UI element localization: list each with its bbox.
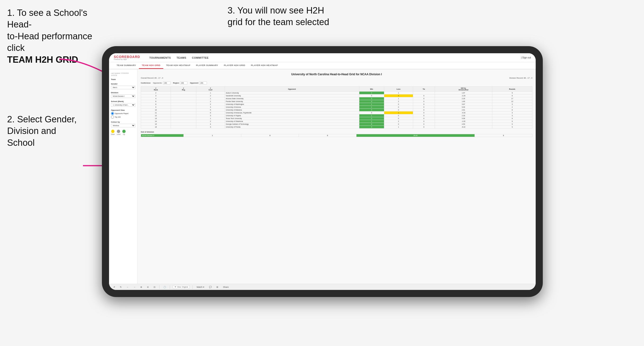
cell-opponent: University of Florida (225, 126, 359, 129)
cell-rank: 13 (141, 117, 171, 120)
undo-btn[interactable]: ↺ (112, 285, 116, 289)
separator1 (159, 285, 160, 289)
logo-area: SCOREBOARD Powered by clippi (114, 55, 142, 60)
tablet-device: SCOREBOARD Powered by clippi TOURNAMENTS… (102, 46, 543, 297)
out-div-loss: 0 (241, 134, 299, 137)
cell-diff: -4.33 (435, 112, 492, 114)
cell-opponent: Florida State University (225, 100, 359, 103)
cell-rounds: 2 (492, 106, 532, 109)
cell-tie: 0 (413, 126, 435, 129)
cell-conf: 1 (196, 117, 225, 120)
cell-diff: -1.00 (435, 120, 492, 123)
col-rank: #Rank (141, 87, 171, 92)
annotation-3: 3. You will now see H2H grid for the tea… (228, 5, 329, 28)
cell-tie: 0 (413, 94, 435, 97)
cell-rounds: 8 (492, 94, 532, 97)
colour-section: Colour by Win/loss (111, 121, 135, 127)
cell-diff: 3.67 (435, 103, 492, 106)
col-conf: #Conf (196, 87, 225, 92)
cell-tie: 0 (413, 103, 435, 106)
gender-section: Gender Men's (111, 83, 135, 89)
table-row: 2 1 Auburn University 2 1 1.67 9 (141, 92, 532, 94)
cell-diff: 2.29 (435, 97, 492, 100)
cell-loss: 0 (384, 114, 413, 117)
table-row: 4 1 Arizona State University 5 1 0 2.29 … (141, 97, 532, 100)
out-div-diff: 26.00 (356, 134, 474, 137)
legend-dot-up (122, 130, 126, 133)
fit-btn[interactable]: ⊡ (153, 285, 156, 289)
nav-committee[interactable]: COMMITTEE (192, 55, 209, 60)
nav-teams[interactable]: TEAMS (176, 55, 186, 60)
annotation1-line2: to-Head performance click (7, 31, 92, 53)
cell-loss: 2 (384, 100, 413, 103)
cell-loss: 2 (384, 120, 413, 123)
radio-top100[interactable]: Top 100 (111, 116, 135, 119)
colour-select[interactable]: Win/loss (111, 124, 135, 127)
cell-reg (171, 97, 196, 100)
col-reg: #Reg (171, 87, 196, 92)
cell-reg (171, 123, 196, 126)
opponent-select[interactable]: (All) (199, 81, 207, 84)
school-select[interactable]: 1. University of Nort... (111, 103, 135, 107)
cell-loss: 4 (384, 94, 413, 97)
cell-opponent: University of Washington (225, 103, 359, 106)
gender-select[interactable]: Men's (111, 86, 135, 89)
tab-player-summary[interactable]: PLAYER SUMMARY (193, 62, 221, 69)
cell-win: 2 (359, 92, 384, 94)
share-icon[interactable]: ⊞ (216, 285, 219, 289)
col-loss: Loss (384, 87, 413, 92)
cell-win: 3 (359, 126, 384, 129)
cell-rank: 2 (141, 92, 171, 94)
forward-btn[interactable]: → (132, 285, 136, 289)
table-row: 14 2 University of Oklahoma 1 2 0 -1.00 … (141, 120, 532, 123)
back-btn[interactable]: ← (126, 285, 130, 289)
tab-player-h2h-heatmap[interactable]: PLAYER H2H HEATMAP (248, 62, 281, 69)
cell-opponent: University of Arizona (225, 106, 359, 109)
view-original-btn[interactable]: 👁 View: Original (173, 285, 190, 289)
cell-reg (171, 109, 196, 112)
cell-opponent: Auburn University (225, 92, 359, 94)
gender-label: Gender (111, 83, 135, 85)
table-row: 13 1 Texas Tech University 3 0 0 5.56 9 (141, 117, 532, 120)
cell-rounds: 3 (492, 103, 532, 106)
cell-conf: 2 (196, 120, 225, 123)
watch-btn[interactable]: Watch ▾ (196, 285, 205, 289)
view-icon: 👁 (174, 286, 176, 288)
radio-opponents-played[interactable]: Opponents Played (111, 112, 135, 115)
cell-rounds: 17 (492, 97, 532, 100)
cell-diff: -2.29 (435, 94, 492, 97)
tab-team-summary[interactable]: TEAM SUMMARY (114, 62, 139, 69)
cell-opponent: University of Alabama (225, 109, 359, 112)
tab-team-h2h-grid[interactable]: TEAM H2H GRID (139, 62, 163, 69)
cell-conf: 3 (196, 106, 225, 109)
cell-loss: 1 (384, 92, 413, 94)
tab-player-h2h-grid[interactable]: PLAYER H2H GRID (221, 62, 248, 69)
cell-rounds: 3 (492, 114, 532, 117)
region-select[interactable]: (All) (180, 81, 188, 84)
sign-out-link[interactable]: | Sign out (521, 56, 531, 59)
cell-conf: 3 (196, 114, 225, 117)
logo-sub: Powered by clippi (114, 58, 140, 60)
redo-btn[interactable]: ↻ (119, 285, 123, 289)
zoom-in-btn[interactable]: ⊕ (139, 285, 143, 289)
cell-reg (171, 103, 196, 106)
cell-diff: 9.00 (435, 106, 492, 109)
cell-rank: 10 (141, 109, 171, 112)
nav-items: TOURNAMENTS TEAMS COMMITTEE (149, 55, 514, 60)
filter-row: Conference Opponents: (All) Region (All) (141, 81, 532, 84)
zoom-out-btn[interactable]: ⊖ (146, 285, 150, 289)
nav-tournaments[interactable]: TOURNAMENTS (149, 55, 171, 60)
comment-btn[interactable]: 💬 (208, 285, 212, 289)
cell-rounds: 9 (492, 120, 532, 123)
tab-team-h2h-heatmap[interactable]: TEAM H2H HEATMAP (163, 62, 193, 69)
cell-loss: 1 (384, 112, 413, 114)
clock-btn[interactable]: 🕐 (162, 285, 167, 289)
annotation2-line3: School (7, 138, 34, 148)
conf-select[interactable]: (All) (163, 81, 171, 84)
division-select[interactable]: NCAA Division I (111, 94, 135, 98)
cell-loss: 0 (384, 123, 413, 126)
table-row: 9 3 University of Arizona 1 0 0 9.00 2 (141, 106, 532, 109)
cell-tie: 0 (413, 106, 435, 109)
cell-win: 1 (359, 103, 384, 106)
share-btn[interactable]: Share (222, 285, 230, 289)
